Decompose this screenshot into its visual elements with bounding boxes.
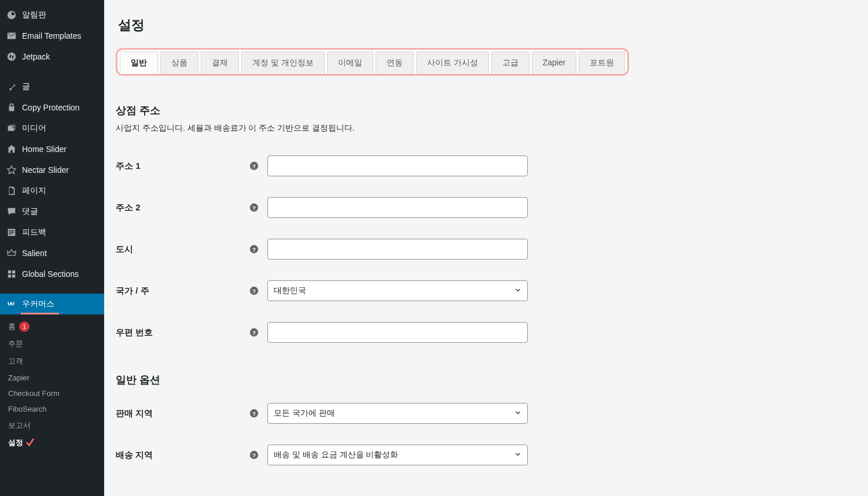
tab-accounts-privacy[interactable]: 계정 및 개인정보 bbox=[241, 51, 325, 74]
sidebar-item-salient[interactable]: Salient bbox=[0, 243, 104, 264]
row-address1: 주소 1 ? bbox=[116, 145, 856, 187]
tab-products[interactable]: 상품 bbox=[160, 51, 198, 74]
row-country: 국가 / 주 ? 대한민국 bbox=[116, 270, 856, 312]
select-country[interactable]: 대한민국 bbox=[267, 280, 528, 301]
sidebar-item-label: Jetpack bbox=[22, 52, 98, 61]
sidebar-item-label: 댓글 bbox=[22, 206, 98, 217]
label-shipping-location: 배송 지역 bbox=[116, 450, 249, 461]
sidebar-item-label: Copy Protection bbox=[22, 103, 98, 112]
section-title-store-address: 상점 주소 bbox=[116, 103, 856, 117]
section-title-general-options: 일반 옵션 bbox=[116, 373, 856, 387]
sidebar-item-label: 우커머스 bbox=[22, 299, 98, 309]
help-icon[interactable]: ? bbox=[249, 244, 259, 254]
input-postcode[interactable] bbox=[267, 322, 528, 343]
svg-text:?: ? bbox=[252, 288, 256, 294]
sidebar-item-feedback[interactable]: 피드백 bbox=[0, 222, 104, 243]
check-marker-icon bbox=[25, 438, 35, 448]
sidebar-item-dashboard[interactable]: 알림판 bbox=[0, 5, 104, 25]
tab-emails[interactable]: 이메일 bbox=[327, 51, 373, 74]
section-desc-store-address: 사업지 주소입니다. 세율과 배송료가 이 주소 기반으로 결정됩니다. bbox=[116, 123, 856, 134]
svg-rect-7 bbox=[8, 275, 11, 277]
woocommerce-submenu: 홈 1 주문 고객 Zapier Checkout Form FiboSearc… bbox=[0, 314, 104, 457]
svg-rect-4 bbox=[9, 234, 12, 234]
admin-sidebar: 알림판 Email Templates Jetpack 글 Copy bbox=[0, 0, 104, 496]
select-shipping-location[interactable]: 배송 및 배송 요금 계산을 비활성화 bbox=[267, 445, 528, 465]
comment-icon bbox=[6, 206, 17, 217]
svg-rect-5 bbox=[8, 271, 11, 273]
svg-rect-3 bbox=[9, 232, 14, 232]
settings-content: 설정 일반 상품 결제 계정 및 개인정보 이메일 연동 사이트 가시성 고급 … bbox=[104, 0, 868, 496]
tab-advanced[interactable]: 고급 bbox=[491, 51, 529, 74]
label-city: 도시 bbox=[116, 244, 249, 255]
sidebar-item-woocommerce[interactable]: 우커머스 bbox=[0, 294, 104, 314]
settings-tabs: 일반 상품 결제 계정 및 개인정보 이메일 연동 사이트 가시성 고급 Zap… bbox=[116, 48, 629, 76]
sidebar-item-label: 페이지 bbox=[22, 186, 98, 196]
tab-portone[interactable]: 포트원 bbox=[579, 51, 625, 74]
row-shipping-location: 배송 지역 ? 배송 및 배송 요금 계산을 비활성화 bbox=[116, 434, 856, 476]
feedback-icon bbox=[6, 227, 17, 238]
help-icon[interactable]: ? bbox=[249, 202, 259, 213]
submenu-item-customers[interactable]: 고객 bbox=[0, 353, 104, 370]
help-icon[interactable]: ? bbox=[249, 450, 259, 460]
label-address2: 주소 2 bbox=[116, 202, 249, 213]
page-title: 설정 bbox=[118, 16, 856, 34]
input-address2[interactable] bbox=[267, 197, 528, 218]
dashboard-icon bbox=[6, 9, 17, 21]
select-selling-location[interactable]: 모든 국가에 판매 bbox=[267, 403, 528, 424]
sidebar-item-label: Salient bbox=[22, 249, 98, 258]
svg-text:?: ? bbox=[252, 205, 256, 211]
sidebar-item-pages[interactable]: 페이지 bbox=[0, 180, 104, 201]
tab-payments[interactable]: 결제 bbox=[201, 51, 239, 74]
sidebar-item-label: 미디어 bbox=[22, 123, 98, 134]
sidebar-item-posts[interactable]: 글 bbox=[0, 76, 104, 97]
lock-icon bbox=[6, 102, 17, 113]
svg-text:?: ? bbox=[252, 330, 256, 336]
sidebar-item-copy-protection[interactable]: Copy Protection bbox=[0, 97, 104, 118]
svg-text:?: ? bbox=[252, 410, 256, 417]
sections-icon bbox=[6, 268, 17, 280]
input-city[interactable] bbox=[267, 239, 528, 260]
sidebar-item-jetpack[interactable]: Jetpack bbox=[0, 46, 104, 67]
sidebar-item-email-templates[interactable]: Email Templates bbox=[0, 25, 104, 46]
sidebar-item-label: Nectar Slider bbox=[22, 165, 98, 175]
active-underline bbox=[21, 313, 59, 314]
svg-rect-6 bbox=[12, 271, 15, 273]
submenu-item-label: 설정 bbox=[8, 438, 23, 448]
sidebar-item-media[interactable]: 미디어 bbox=[0, 118, 104, 139]
help-icon[interactable]: ? bbox=[249, 161, 259, 171]
row-address2: 주소 2 ? bbox=[116, 187, 856, 228]
help-icon[interactable]: ? bbox=[249, 408, 259, 419]
submenu-item-zapier[interactable]: Zapier bbox=[0, 370, 104, 386]
row-city: 도시 ? bbox=[116, 228, 856, 270]
submenu-item-home[interactable]: 홈 1 bbox=[0, 318, 104, 335]
help-icon[interactable]: ? bbox=[249, 286, 259, 296]
submenu-item-label: 고객 bbox=[8, 356, 23, 367]
star-icon bbox=[6, 164, 17, 176]
submenu-item-reports[interactable]: 보고서 bbox=[0, 417, 104, 434]
sidebar-item-label: 글 bbox=[22, 82, 98, 92]
row-selling-location: 판매 지역 ? 모든 국가에 판매 bbox=[116, 393, 856, 434]
submenu-item-settings[interactable]: 설정 bbox=[0, 434, 104, 451]
sidebar-item-label: 피드백 bbox=[22, 227, 98, 238]
woo-icon bbox=[6, 298, 17, 310]
tab-integration[interactable]: 연동 bbox=[376, 51, 414, 74]
submenu-item-checkout-form[interactable]: Checkout Form bbox=[0, 386, 104, 401]
input-address1[interactable] bbox=[267, 156, 528, 176]
sidebar-item-comments[interactable]: 댓글 bbox=[0, 201, 104, 222]
tab-general[interactable]: 일반 bbox=[120, 51, 158, 74]
submenu-item-label: 보고서 bbox=[8, 420, 31, 431]
submenu-item-orders[interactable]: 주문 bbox=[0, 335, 104, 353]
label-address1: 주소 1 bbox=[116, 161, 249, 172]
sidebar-item-global-sections[interactable]: Global Sections bbox=[0, 264, 104, 284]
tab-site-visibility[interactable]: 사이트 가시성 bbox=[416, 51, 489, 74]
pin-icon bbox=[6, 81, 17, 92]
svg-text:?: ? bbox=[252, 452, 256, 458]
sidebar-item-home-slider[interactable]: Home Slider bbox=[0, 139, 104, 160]
tab-zapier[interactable]: Zapier bbox=[532, 51, 577, 74]
sidebar-item-nectar-slider[interactable]: Nectar Slider bbox=[0, 160, 104, 180]
submenu-item-label: 주문 bbox=[8, 339, 23, 349]
submenu-item-label: 홈 bbox=[8, 321, 16, 332]
submenu-item-fibosearch[interactable]: FiboSearch bbox=[0, 401, 104, 417]
home-icon bbox=[6, 143, 17, 155]
help-icon[interactable]: ? bbox=[249, 327, 259, 338]
